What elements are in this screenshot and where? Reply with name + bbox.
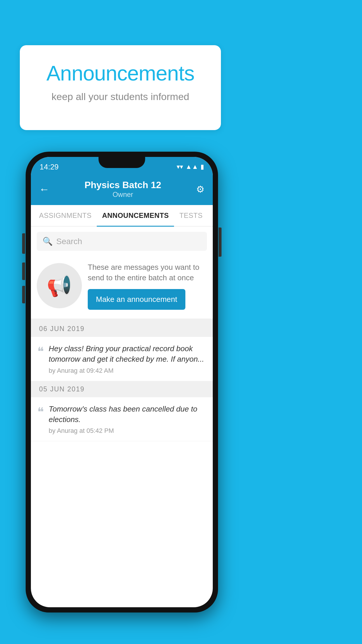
wifi-icon: ▾▾ [177,163,183,171]
tabs-row: ASSIGNMENTS ANNOUNCEMENTS TESTS › [31,205,213,227]
phone-outer: 14:29 ▾▾ ▲▲ ▮ ← Physics Batch 12 Owner ⚙ [26,152,218,612]
power-button-right [219,228,222,257]
status-time: 14:29 [40,162,59,172]
header-title-wrap: Physics Batch 12 Owner [50,180,196,199]
settings-icon[interactable]: ⚙ [196,184,205,195]
header-subtitle: Owner [50,190,196,199]
speech-bubble: Announcements keep all your students inf… [20,45,221,130]
promo-icon-circle: 📢 [37,263,82,308]
tab-announcements[interactable]: ANNOUNCEMENTS [97,205,174,226]
battery-icon: ▮ [201,163,204,171]
back-button[interactable]: ← [39,183,50,195]
megaphone-icon: 📢 [47,274,72,298]
search-placeholder: Search [56,237,82,246]
quote-icon-1: ❝ [37,344,44,359]
announcement-content-2: Tomorrow's class has been cancelled due … [49,404,206,435]
phone-mockup: 14:29 ▾▾ ▲▲ ▮ ← Physics Batch 12 Owner ⚙ [26,152,218,612]
phone-notch [99,157,145,168]
announcement-meta-2: by Anurag at 05:42 PM [49,427,206,435]
bubble-subtitle: keep all your students informed [34,91,206,102]
search-icon: 🔍 [43,237,53,246]
announcement-meta-1: by Anurag at 09:42 AM [49,367,206,374]
promo-right: These are messages you want to send to t… [88,262,207,310]
app-header: ← Physics Batch 12 Owner ⚙ [31,174,213,205]
date-separator-1: 06 JUN 2019 [31,321,213,337]
make-announcement-button[interactable]: Make an announcement [88,289,185,310]
date-separator-2: 05 JUN 2019 [31,381,213,397]
speech-bubble-container: Announcements keep all your students inf… [20,45,221,130]
tab-assignments[interactable]: ASSIGNMENTS [34,205,97,226]
promo-description: These are messages you want to send to t… [88,262,207,283]
signal-icon: ▲▲ [185,163,198,171]
announcement-item-1[interactable]: ❝ Hey class! Bring your practical record… [31,337,213,381]
header-title: Physics Batch 12 [50,180,196,190]
phone-screen: 14:29 ▾▾ ▲▲ ▮ ← Physics Batch 12 Owner ⚙ [31,157,213,607]
bubble-title: Announcements [34,61,206,85]
status-icons: ▾▾ ▲▲ ▮ [177,163,204,171]
tab-more[interactable]: › [208,205,213,226]
volume-down-button [22,286,25,303]
promo-card: 📢 These are messages you want to send to… [31,256,213,321]
announcement-content-1: Hey class! Bring your practical record b… [49,343,206,374]
search-bar[interactable]: 🔍 Search [37,232,207,251]
quote-icon-2: ❝ [37,405,44,419]
announcement-message-2: Tomorrow's class has been cancelled due … [49,404,206,425]
tab-tests[interactable]: TESTS [174,205,208,226]
announcement-item-2[interactable]: ❝ Tomorrow's class has been cancelled du… [31,397,213,442]
volume-up-button [22,262,25,280]
power-button [22,233,25,254]
announcement-message-1: Hey class! Bring your practical record b… [49,343,206,365]
